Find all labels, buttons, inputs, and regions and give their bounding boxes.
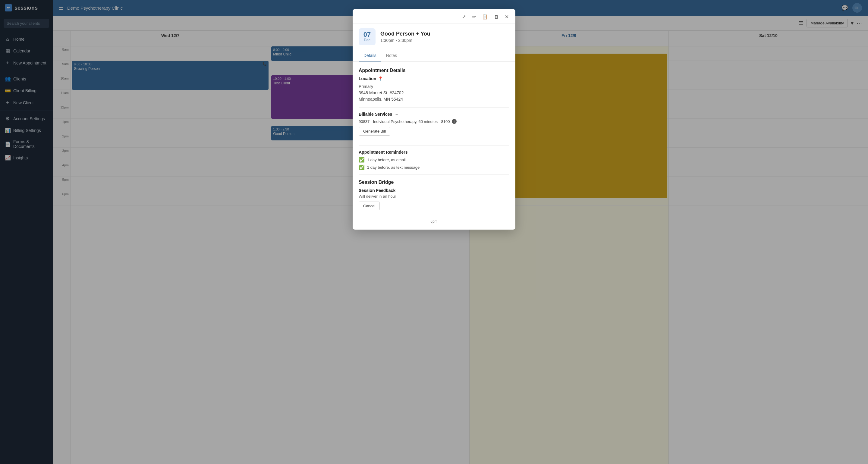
copy-button[interactable]: 📋 bbox=[480, 13, 490, 21]
location-section-title: Location 📍 bbox=[359, 76, 509, 81]
billable-header: Billable Services ··· bbox=[359, 112, 509, 117]
date-badge: 07 Dec bbox=[359, 28, 375, 45]
appointment-modal: ⤢ ✏ 📋 🗑 ✕ 07 Dec Good Person + You 1:30p… bbox=[352, 9, 516, 229]
reminder-item-1: ✅ 1 day before, as email bbox=[359, 157, 509, 163]
reminder-text-2: 1 day before, as text message bbox=[367, 165, 420, 169]
bottom-time-label: 6pm bbox=[359, 219, 509, 223]
billable-title: Billable Services bbox=[359, 112, 392, 117]
edit-button[interactable]: ✏ bbox=[470, 13, 478, 21]
location-city: Minneapolis, MN 55424 bbox=[359, 96, 509, 102]
billable-more-icon[interactable]: ··· bbox=[395, 112, 398, 117]
location-type: Primary bbox=[359, 84, 509, 90]
generate-bill-button[interactable]: Generate Bill bbox=[359, 127, 390, 135]
location-label: Location bbox=[359, 76, 376, 81]
session-bridge-section: Session Bridge Session Feedback Will del… bbox=[359, 180, 509, 210]
delete-button[interactable]: 🗑 bbox=[492, 13, 501, 21]
modal-header: 07 Dec Good Person + You 1:30pm - 2:30pm bbox=[352, 24, 516, 50]
location-details: Primary 3948 Market St. #24702 Minneapol… bbox=[359, 84, 509, 102]
expand-button[interactable]: ⤢ bbox=[460, 13, 468, 21]
divider-3 bbox=[359, 175, 509, 175]
appointment-title: Good Person + You bbox=[380, 31, 430, 37]
date-day: 07 bbox=[364, 31, 371, 38]
reminder-item-2: ✅ 1 day before, as text message bbox=[359, 164, 509, 170]
date-month: Dec bbox=[364, 38, 370, 42]
check-icon-2: ✅ bbox=[359, 164, 365, 170]
appointment-details-title: Appointment Details bbox=[359, 68, 509, 73]
location-address: 3948 Market St. #24702 bbox=[359, 90, 509, 96]
appointment-info: Good Person + You 1:30pm - 2:30pm bbox=[380, 31, 430, 43]
divider-1 bbox=[359, 107, 509, 107]
reminders-title: Appointment Reminders bbox=[359, 150, 509, 155]
billable-service-text: 90837 - Individual Psychotherapy, 60 min… bbox=[359, 119, 509, 124]
close-button[interactable]: ✕ bbox=[503, 13, 510, 21]
info-icon[interactable]: i bbox=[452, 119, 457, 124]
check-icon-1: ✅ bbox=[359, 157, 365, 163]
modal-body: Appointment Details Location 📍 Primary 3… bbox=[352, 62, 516, 229]
modal-overlay[interactable]: ⤢ ✏ 📋 🗑 ✕ 07 Dec Good Person + You 1:30p… bbox=[0, 0, 868, 464]
tab-notes[interactable]: Notes bbox=[381, 50, 402, 61]
tab-details[interactable]: Details bbox=[359, 50, 381, 61]
location-pin-icon: 📍 bbox=[378, 76, 383, 81]
session-feedback-title: Session Feedback bbox=[359, 188, 509, 193]
modal-tabs: Details Notes bbox=[352, 50, 516, 62]
session-bridge-title: Session Bridge bbox=[359, 180, 509, 185]
reminder-text-1: 1 day before, as email bbox=[367, 158, 406, 162]
divider-2 bbox=[359, 145, 509, 146]
cancel-button[interactable]: Cancel bbox=[359, 202, 380, 210]
billable-service-description: 90837 - Individual Psychotherapy, 60 min… bbox=[359, 119, 450, 124]
appointment-time: 1:30pm - 2:30pm bbox=[380, 38, 430, 43]
session-feedback-subtitle: Will deliver in an hour bbox=[359, 194, 509, 198]
modal-toolbar: ⤢ ✏ 📋 🗑 ✕ bbox=[352, 9, 516, 24]
